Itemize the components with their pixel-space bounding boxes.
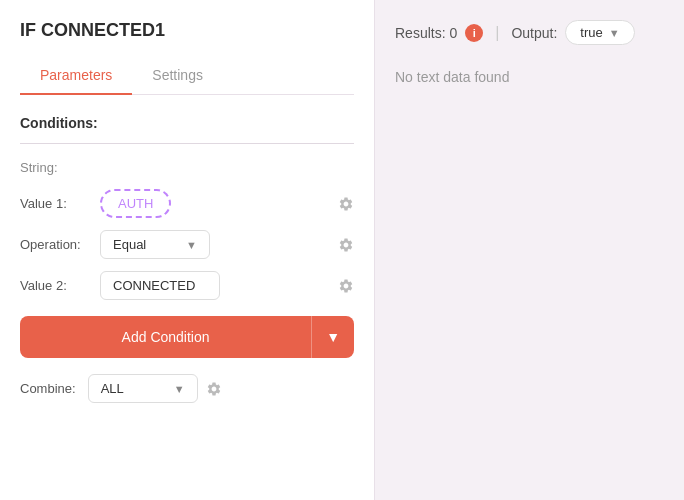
results-bar: Results: 0 i | Output: true ▼ xyxy=(395,20,664,45)
gear-icon xyxy=(338,196,354,212)
subsection-label: String: xyxy=(20,160,354,175)
operation-dropdown[interactable]: Equal ▼ xyxy=(100,230,210,259)
combine-dropdown[interactable]: ALL ▼ xyxy=(88,374,198,403)
operation-row: Operation: Equal ▼ xyxy=(20,230,354,259)
left-panel: IF CONNECTED1 Parameters Settings Condit… xyxy=(0,0,375,500)
chevron-down-icon: ▼ xyxy=(174,383,185,395)
value2-gear-button[interactable] xyxy=(338,278,354,294)
chevron-down-icon: ▼ xyxy=(609,27,620,39)
operation-value: Equal xyxy=(113,237,146,252)
separator: | xyxy=(495,24,499,42)
right-panel: Results: 0 i | Output: true ▼ No text da… xyxy=(375,0,684,500)
output-label: Output: xyxy=(511,25,557,41)
add-condition-chevron-button[interactable]: ▼ xyxy=(311,316,354,358)
panel-header: IF CONNECTED1 Parameters Settings xyxy=(0,0,374,95)
operation-field-wrapper: Equal ▼ xyxy=(100,230,330,259)
tab-settings[interactable]: Settings xyxy=(132,57,223,95)
panel-title: IF CONNECTED1 xyxy=(20,20,354,41)
chevron-down-icon: ▼ xyxy=(326,329,340,345)
value1-label: Value 1: xyxy=(20,196,100,211)
operation-gear-button[interactable] xyxy=(338,237,354,253)
value2-row: Value 2: CONNECTED xyxy=(20,271,354,300)
value1-gear-button[interactable] xyxy=(338,196,354,212)
conditions-label: Conditions: xyxy=(20,115,354,131)
operation-label: Operation: xyxy=(20,237,100,252)
gear-icon xyxy=(338,237,354,253)
add-condition-button[interactable]: Add Condition xyxy=(20,316,311,358)
output-dropdown[interactable]: true ▼ xyxy=(565,20,634,45)
value2-field-wrapper: CONNECTED xyxy=(100,271,330,300)
combine-row: Combine: ALL ▼ xyxy=(20,374,354,403)
value2-label: Value 2: xyxy=(20,278,100,293)
no-data-text: No text data found xyxy=(395,69,664,85)
chevron-down-icon: ▼ xyxy=(186,239,197,251)
panel-content: Conditions: String: Value 1: AUTH Operat… xyxy=(0,95,374,500)
results-label: Results: 0 xyxy=(395,25,457,41)
combine-label: Combine: xyxy=(20,381,76,396)
add-condition-row: Add Condition ▼ xyxy=(20,316,354,358)
value1-field-wrapper: AUTH xyxy=(100,189,330,218)
gear-icon xyxy=(338,278,354,294)
value1-pill[interactable]: AUTH xyxy=(100,189,171,218)
gear-icon xyxy=(206,381,222,397)
combine-value: ALL xyxy=(101,381,124,396)
output-value: true xyxy=(580,25,602,40)
divider xyxy=(20,143,354,144)
value1-row: Value 1: AUTH xyxy=(20,189,354,218)
tab-parameters[interactable]: Parameters xyxy=(20,57,132,95)
tab-bar: Parameters Settings xyxy=(20,57,354,95)
info-icon[interactable]: i xyxy=(465,24,483,42)
combine-gear-button[interactable] xyxy=(206,381,222,397)
value2-field[interactable]: CONNECTED xyxy=(100,271,220,300)
